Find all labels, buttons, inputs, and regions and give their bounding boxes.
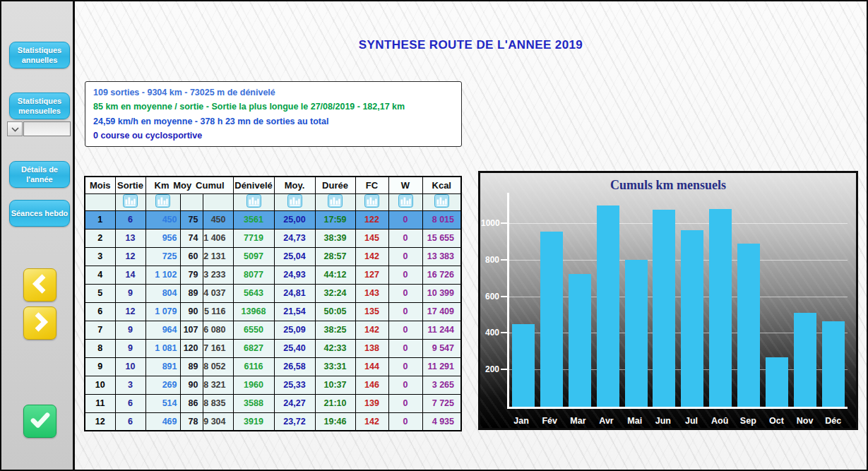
cell-w: 0	[388, 229, 422, 247]
y-tick	[501, 296, 507, 297]
validate-button[interactable]	[23, 405, 57, 438]
column-chart-icon	[246, 200, 261, 210]
x-label: Nov	[791, 416, 819, 426]
header-kcal: Kcal	[422, 177, 461, 193]
cell-w: 0	[388, 210, 422, 229]
bar-mai	[625, 260, 648, 407]
next-year-button[interactable]	[23, 306, 57, 340]
cell-kcal: 10 399	[422, 284, 461, 302]
header-w: W	[388, 177, 422, 193]
chart-bars	[509, 193, 848, 407]
column-chart-icon	[328, 200, 343, 210]
cell-fc: 143	[355, 284, 388, 302]
cell-kcal: 9 547	[422, 339, 461, 357]
cell-denivele: 7719	[233, 229, 274, 247]
header-denivele: Dénivelé	[233, 177, 274, 193]
cell-kcal: 15 655	[422, 229, 461, 247]
cell-cumul: 3 233	[203, 266, 233, 284]
table-row[interactable]: 910891898 052611626,5833:31144011 291	[85, 357, 461, 376]
cell-sortie: 3	[115, 376, 145, 394]
cell-kcal: 13 383	[422, 247, 461, 266]
cell-cumul: 6 080	[203, 321, 233, 339]
bar-aoû	[709, 209, 732, 407]
cell-fc: 138	[355, 339, 388, 357]
cell-moy_vitesse: 25,04	[274, 247, 315, 266]
cell-moy_vitesse: 21,54	[274, 302, 315, 321]
weekly-sessions-button[interactable]: Séances hebdo	[9, 200, 70, 227]
cell-cumul: 2 131	[203, 247, 233, 266]
table-row[interactable]: 4141 102793 233807724,9344:12127016 726	[85, 266, 461, 284]
cell-fc: 142	[355, 247, 388, 266]
column-chart-icon	[364, 200, 379, 210]
table-row[interactable]: 891 0811207 161682725,4042:3313809 547	[85, 339, 461, 357]
cell-denivele: 8077	[233, 266, 274, 284]
table-row[interactable]: 312725602 131509725,0428:57142013 383	[85, 247, 461, 266]
header-cumul: Cumul	[196, 180, 224, 191]
table-row[interactable]: 116514868 835358824,2721:1013907 725	[85, 394, 461, 412]
table-row[interactable]: 103269908 321196025,3310:3714603 265	[85, 376, 461, 394]
cell-moy: 90	[180, 376, 203, 394]
cell-mois: 3	[85, 247, 115, 266]
cell-kcal: 4 935	[422, 412, 461, 431]
cell-cumul: 1 406	[203, 229, 233, 247]
chevron-down-icon	[11, 124, 19, 134]
icon-cell-kcal[interactable]	[422, 193, 461, 210]
cell-denivele: 5643	[233, 284, 274, 302]
cell-moy_vitesse: 25,33	[274, 376, 315, 394]
table-row[interactable]: 6121 079905 1161396821,5450:05135017 409	[85, 302, 461, 321]
header-fc: FC	[355, 177, 388, 193]
summary-box: 109 sorties - 9304 km - 73025 m de déniv…	[85, 81, 462, 147]
bar-nov	[794, 313, 816, 407]
table-row[interactable]: 799641076 080655025,0938:25142011 244	[85, 321, 461, 339]
cell-denivele: 5097	[233, 247, 274, 266]
cell-km: 269	[145, 376, 180, 394]
bar-oct	[766, 357, 788, 407]
cell-duree: 38:25	[315, 321, 355, 339]
icon-cell-moy_vitesse[interactable]	[274, 193, 315, 210]
cell-moy_vitesse: 25,09	[274, 321, 315, 339]
icon-cell-km[interactable]	[145, 193, 180, 210]
icon-cell-duree[interactable]	[315, 193, 355, 210]
cell-fc: 139	[355, 394, 388, 412]
table-row-selected[interactable]: 1645075450356125,0017:5912208 015	[85, 210, 461, 229]
cell-mois: 10	[85, 376, 115, 394]
combo-dropdown-button[interactable]	[7, 121, 23, 136]
cell-duree: 21:10	[315, 394, 355, 412]
y-tick-label: 400	[481, 328, 499, 338]
table-row[interactable]: 126469789 304391923,7219:4614204 935	[85, 412, 461, 431]
cell-cumul: 9 304	[203, 412, 233, 431]
icon-cell-w[interactable]	[388, 193, 422, 210]
monthly-stats-button[interactable]: Statistiques mensuelles	[9, 93, 70, 119]
cell-w: 0	[388, 394, 422, 412]
column-chart-icon	[398, 200, 413, 210]
month-combo	[7, 121, 71, 136]
cell-fc: 146	[355, 376, 388, 394]
icon-cell-sortie[interactable]	[115, 193, 145, 210]
column-chart-icon	[155, 200, 170, 210]
icon-cell-fc[interactable]	[355, 193, 388, 210]
table-row[interactable]: 213956741 406771924,7338:39145015 655	[85, 229, 461, 247]
summary-totals: 109 sorties - 9304 km - 73025 m de déniv…	[93, 88, 453, 97]
table-row[interactable]: 59804894 037564324,8132:24143010 399	[85, 284, 461, 302]
icon-cell-denivele[interactable]	[233, 193, 274, 210]
cell-duree: 38:39	[315, 229, 355, 247]
cell-kcal: 7 725	[422, 394, 461, 412]
previous-year-button[interactable]	[23, 268, 57, 302]
x-label: Déc	[819, 416, 848, 426]
summary-average-distance: 85 km en moyenne / sortie - Sortie la pl…	[93, 102, 453, 112]
cell-km: 956	[145, 229, 180, 247]
column-chart-icon	[287, 200, 302, 210]
y-tick	[501, 332, 507, 333]
annual-stats-button[interactable]: Statistiques annuelles	[9, 42, 70, 68]
cell-w: 0	[388, 376, 422, 394]
summary-races: 0 course ou cyclosportive	[93, 131, 453, 141]
cell-denivele: 13968	[233, 302, 274, 321]
header-sortie: Sortie	[115, 177, 145, 193]
cell-moy_vitesse: 23,72	[274, 412, 315, 431]
year-details-button[interactable]: Détails de l'année	[9, 161, 70, 188]
cell-moy: 79	[180, 266, 203, 284]
cell-mois: 8	[85, 339, 115, 357]
cell-moy: 60	[180, 247, 203, 266]
cell-cumul: 8 835	[203, 394, 233, 412]
month-select-input[interactable]	[23, 121, 71, 136]
